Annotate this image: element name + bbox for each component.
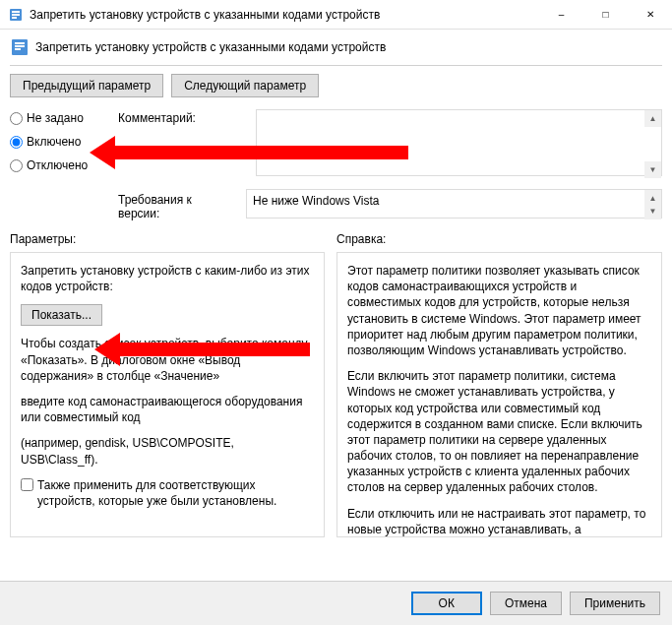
svg-rect-2 (12, 14, 20, 16)
options-column: Параметры: Запретить установку устройств… (10, 232, 325, 537)
annotation-arrow-icon (113, 146, 408, 159)
next-setting-button[interactable]: Следующий параметр (171, 74, 319, 97)
requirements-row: Требования к версии: Не ниже Windows Vis… (10, 189, 662, 220)
comment-input[interactable] (256, 109, 662, 176)
help-column: Справка: Этот параметр политики позволяе… (336, 232, 662, 537)
show-button[interactable]: Показать... (21, 304, 102, 326)
also-apply-checkbox[interactable] (21, 478, 33, 491)
comment-wrap: ▲ ▼ (256, 109, 662, 179)
options-title: Запретить установку устройств с каким-ли… (21, 263, 314, 294)
options-label: Параметры: (10, 232, 325, 246)
maximize-button[interactable]: □ (583, 0, 628, 30)
divider (10, 65, 662, 66)
scroll-down-icon[interactable]: ▼ (644, 203, 661, 219)
svg-rect-3 (12, 17, 17, 19)
requirements-value: Не ниже Windows Vista (246, 189, 662, 219)
options-hint: введите код самонастраивающегося оборудо… (21, 394, 314, 425)
apply-button[interactable]: Применить (570, 592, 660, 615)
bottom-bar: ОК Отмена Применить (0, 581, 672, 625)
help-panel: Этот параметр политики позволяет указыва… (336, 252, 662, 537)
radio-enabled-input[interactable] (10, 136, 23, 149)
policy-icon (10, 37, 30, 57)
options-example: (например, gendisk, USB\COMPOSITE, USB\C… (21, 435, 314, 467)
requirements-label: Требования к версии: (10, 189, 236, 220)
page-title: Запретить установку устройств с указанны… (35, 40, 386, 54)
radio-not-configured-input[interactable] (10, 112, 23, 125)
radio-not-configured[interactable]: Не задано (10, 111, 108, 125)
nav-buttons: Предыдущий параметр Следующий параметр (10, 74, 662, 97)
svg-rect-1 (12, 11, 20, 13)
cancel-button[interactable]: Отмена (490, 592, 562, 615)
svg-rect-6 (15, 45, 25, 47)
window-controls: – □ ✕ (539, 0, 672, 30)
minimize-button[interactable]: – (539, 0, 583, 30)
panels: Параметры: Запретить установку устройств… (10, 232, 662, 537)
radio-disabled-input[interactable] (10, 159, 23, 172)
titlebar: Запретить установку устройств с указанны… (0, 0, 672, 30)
radio-disabled-label: Отключено (27, 158, 88, 172)
requirements-wrap: Не ниже Windows Vista ▲ ▼ (246, 189, 662, 220)
ok-button[interactable]: ОК (411, 592, 482, 615)
window-title: Запретить установку устройств с указанны… (30, 8, 539, 22)
svg-rect-7 (15, 48, 21, 50)
radio-not-configured-label: Не задано (27, 111, 84, 125)
close-button[interactable]: ✕ (628, 0, 672, 30)
prev-setting-button[interactable]: Предыдущий параметр (10, 74, 163, 97)
annotation-arrow-icon (118, 343, 310, 356)
scroll-down-icon[interactable]: ▼ (644, 161, 661, 178)
comment-label: Комментарий: (118, 109, 246, 179)
help-p3: Если отключить или не настраивать этот п… (347, 506, 651, 537)
also-apply-row[interactable]: Также применить для соответствующих устр… (21, 477, 314, 509)
policy-icon (8, 7, 24, 23)
scroll-up-icon[interactable]: ▲ (644, 110, 661, 127)
help-label: Справка: (336, 232, 662, 246)
header: Запретить установку устройств с указанны… (10, 37, 662, 57)
help-p1: Этот параметр политики позволяет указыва… (347, 263, 651, 358)
radio-enabled-label: Включено (27, 135, 81, 149)
also-apply-label: Также применить для соответствующих устр… (37, 477, 314, 509)
options-panel: Запретить установку устройств с каким-ли… (10, 252, 325, 537)
svg-rect-5 (15, 42, 25, 44)
help-p2: Если включить этот параметр политики, си… (347, 368, 651, 496)
